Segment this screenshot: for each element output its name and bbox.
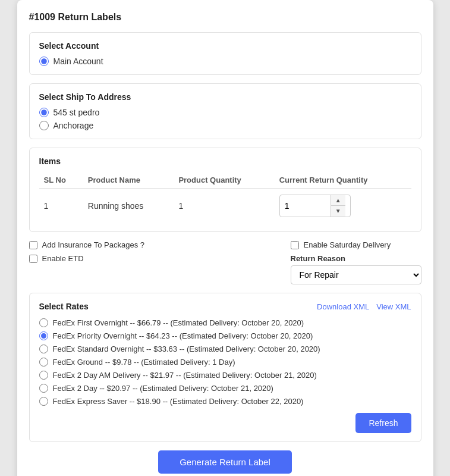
rate-radio-5[interactable] — [39, 371, 48, 380]
generate-button[interactable]: Generate Return Label — [158, 450, 292, 474]
address-section-title: Select Ship To Address — [39, 92, 411, 102]
col-sl-no: SL No — [39, 172, 83, 189]
rate-label-6: FedEx 2 Day -- $20.97 -- (Estimated Deli… — [53, 384, 273, 393]
qty-decrease-button[interactable]: ▼ — [331, 206, 345, 217]
address-radio-1[interactable] — [39, 108, 49, 117]
cell-return-qty: ▲ ▼ — [275, 189, 411, 224]
rate-label-4: FedEx Ground -- $9.78 -- (Estimated Deli… — [53, 358, 235, 367]
rate-item-6[interactable]: FedEx 2 Day -- $20.97 -- (Estimated Deli… — [39, 384, 411, 393]
address-radio-2[interactable] — [39, 121, 49, 130]
etd-checkbox[interactable] — [29, 255, 37, 263]
col-product-name: Product Name — [83, 172, 174, 189]
rate-label-3: FedEx Standard Overnight -- $33.63 -- (E… — [53, 345, 320, 353]
download-xml-link[interactable]: Download XML — [317, 302, 369, 311]
cell-sl-no: 1 — [39, 189, 83, 224]
options-left: Add Insurance To Packages ? Enable ETD — [29, 240, 145, 284]
account-label-main: Main Account — [54, 57, 103, 66]
options-right: Enable Saturday Delivery Return Reason F… — [291, 240, 421, 284]
insurance-label: Add Insurance To Packages ? — [42, 240, 145, 249]
address-option-2[interactable]: Anchorage — [39, 121, 411, 130]
rate-item-2[interactable]: FedEx Priority Overnight -- $64.23 -- (E… — [39, 331, 411, 340]
cell-product-qty: 1 — [174, 189, 274, 224]
rate-radio-7[interactable] — [39, 397, 48, 406]
col-product-qty: Product Quantity — [174, 172, 274, 189]
rate-item-3[interactable]: FedEx Standard Overnight -- $33.63 -- (E… — [39, 345, 411, 353]
return-reason-group: Return Reason For Repair Damaged Wrong I… — [291, 254, 421, 284]
col-return-qty: Current Return Quantity — [275, 172, 411, 189]
refresh-button[interactable]: Refresh — [355, 413, 411, 433]
rates-header: Select Rates Download XML View XML — [39, 302, 411, 311]
account-radio-group: Main Account — [39, 57, 411, 66]
saturday-checkbox-item[interactable]: Enable Saturday Delivery — [291, 240, 421, 249]
items-section: Items SL No Product Name Product Quantit… — [29, 148, 421, 232]
rate-radio-4[interactable] — [39, 358, 48, 367]
rate-label-7: FedEx Express Saver -- $18.90 -- (Estima… — [53, 397, 304, 406]
etd-label: Enable ETD — [42, 254, 84, 263]
qty-increase-button[interactable]: ▲ — [331, 195, 345, 206]
account-section: Select Account Main Account — [29, 32, 421, 75]
rates-footer: Refresh — [39, 413, 411, 433]
rate-radio-1[interactable] — [39, 318, 48, 327]
rate-item-1[interactable]: FedEx First Overnight -- $66.79 -- (Esti… — [39, 318, 411, 327]
rate-radio-6[interactable] — [39, 384, 48, 393]
generate-wrap: Generate Return Label — [29, 450, 421, 474]
rate-item-5[interactable]: FedEx 2 Day AM Delivery -- $21.97 -- (Es… — [39, 371, 411, 380]
items-section-title: Items — [39, 156, 411, 166]
view-xml-link[interactable]: View XML — [376, 302, 411, 311]
saturday-label: Enable Saturday Delivery — [304, 240, 391, 249]
main-card: #1009 Return Labels Select Account Main … — [17, 0, 433, 476]
account-section-title: Select Account — [39, 41, 411, 51]
page-title: #1009 Return Labels — [29, 12, 421, 23]
qty-spinners: ▲ ▼ — [331, 195, 345, 217]
rate-item-4[interactable]: FedEx Ground -- $9.78 -- (Estimated Deli… — [39, 358, 411, 367]
rate-label-1: FedEx First Overnight -- $66.79 -- (Esti… — [53, 318, 304, 327]
options-row: Add Insurance To Packages ? Enable ETD E… — [29, 240, 421, 284]
insurance-checkbox[interactable] — [29, 241, 37, 249]
address-radio-group: 545 st pedro Anchorage — [39, 108, 411, 130]
address-label-1: 545 st pedro — [54, 108, 100, 117]
return-qty-input-wrap: ▲ ▼ — [279, 195, 351, 217]
return-qty-input[interactable] — [280, 198, 331, 214]
account-option-main[interactable]: Main Account — [39, 57, 411, 66]
return-reason-select[interactable]: For Repair Damaged Wrong Item Other — [291, 265, 421, 284]
items-table: SL No Product Name Product Quantity Curr… — [39, 172, 411, 223]
table-row: 1 Running shoes 1 ▲ ▼ — [39, 189, 411, 224]
rates-links: Download XML View XML — [317, 302, 411, 311]
rate-label-5: FedEx 2 Day AM Delivery -- $21.97 -- (Es… — [53, 371, 317, 380]
return-reason-label: Return Reason — [291, 254, 421, 263]
address-label-2: Anchorage — [54, 121, 94, 130]
address-option-1[interactable]: 545 st pedro — [39, 108, 411, 117]
saturday-checkbox[interactable] — [291, 241, 299, 249]
rate-radio-2[interactable] — [39, 331, 48, 340]
rates-list: FedEx First Overnight -- $66.79 -- (Esti… — [39, 318, 411, 406]
cell-product-name: Running shoes — [83, 189, 174, 224]
rate-item-7[interactable]: FedEx Express Saver -- $18.90 -- (Estima… — [39, 397, 411, 406]
etd-checkbox-item[interactable]: Enable ETD — [29, 254, 145, 263]
rates-section-title: Select Rates — [39, 302, 89, 311]
insurance-checkbox-item[interactable]: Add Insurance To Packages ? — [29, 240, 145, 249]
table-header-row: SL No Product Name Product Quantity Curr… — [39, 172, 411, 189]
rate-label-2: FedEx Priority Overnight -- $64.23 -- (E… — [53, 331, 313, 340]
rate-radio-3[interactable] — [39, 345, 48, 353]
account-radio-main[interactable] — [39, 57, 49, 66]
rates-section: Select Rates Download XML View XML FedEx… — [29, 293, 421, 442]
address-section: Select Ship To Address 545 st pedro Anch… — [29, 83, 421, 139]
